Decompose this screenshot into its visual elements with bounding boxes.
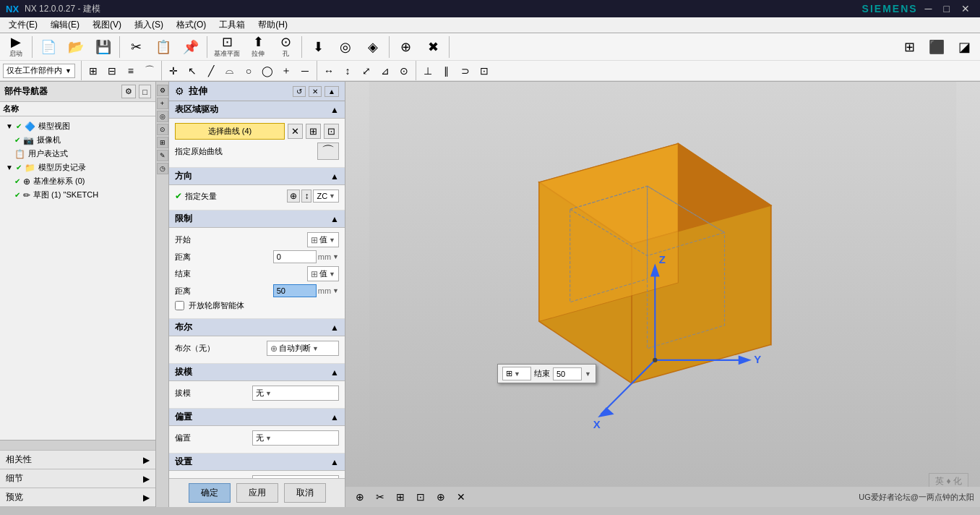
perp-btn[interactable]: ⊥ <box>419 62 437 80</box>
original-curve-button[interactable]: ⌒ <box>317 142 339 160</box>
view-control-2[interactable]: ⬛ <box>924 35 950 59</box>
line-btn[interactable]: ╱ <box>202 62 220 80</box>
offset-section-header[interactable]: 偏置 ▲ <box>169 409 345 426</box>
end-distance-input[interactable] <box>273 284 317 297</box>
details-header[interactable]: 细节 ▶ <box>0 469 155 488</box>
dim2-btn[interactable]: ↕ <box>339 62 356 80</box>
tree-item-sketch[interactable]: ✔ ✏ 草图 (1) "SKETCH <box>3 188 152 202</box>
tree-item-user-expr[interactable]: 📋 用户表达式 <box>3 147 152 161</box>
dim5-btn[interactable]: ⊙ <box>395 62 413 80</box>
menu-toolbox[interactable]: 工具箱 <box>213 17 251 33</box>
nav-scrollbar[interactable] <box>0 440 155 450</box>
draft-button[interactable]: ◈ <box>360 35 386 59</box>
snap-btn[interactable]: ⊞ <box>85 62 102 80</box>
draft-section-header[interactable]: 拔模 ▲ <box>169 364 345 381</box>
view-control-3[interactable]: ◪ <box>951 35 977 59</box>
plus-btn[interactable]: ＋ <box>278 62 295 80</box>
tree-item-model-views[interactable]: ▼ ✔ 🔷 模型视图 <box>3 119 152 133</box>
side-tab-1[interactable]: ⚙ <box>157 85 168 96</box>
vp-btn-6[interactable]: ✕ <box>452 488 470 506</box>
start-button[interactable]: ▶ 启动 <box>3 35 29 59</box>
dialog-close-button[interactable]: ✕ <box>309 86 322 97</box>
menu-file[interactable]: 文件(E) <box>3 17 43 33</box>
floating-end-input[interactable] <box>553 367 582 380</box>
side-tab-7[interactable]: ◷ <box>157 163 168 174</box>
direction-section-header[interactable]: 方向 ▲ <box>169 168 345 185</box>
open-profile-checkbox[interactable] <box>175 301 184 310</box>
circle-btn[interactable]: ○ <box>240 62 257 80</box>
mid-btn[interactable]: ⊡ <box>476 62 493 80</box>
side-tab-5[interactable]: ⊞ <box>157 137 168 148</box>
side-tab-2[interactable]: + <box>157 98 168 109</box>
limits-section-header[interactable]: 限制 ▲ <box>169 210 345 228</box>
filter-dropdown[interactable]: 仅在工作部件内 <box>7 65 62 76</box>
vp-btn-5[interactable]: ⊕ <box>432 488 450 506</box>
dialog-collapse-button[interactable]: ▲ <box>324 86 339 97</box>
nav-expand-button[interactable]: □ <box>139 85 151 98</box>
vector-dropdown[interactable]: ZC ▼ <box>313 190 339 203</box>
boolean-dropdown[interactable]: ⊕ 自动判断 ▼ <box>267 341 339 356</box>
vector-btn-2[interactable]: ↕ <box>301 190 311 203</box>
curve-btn-2[interactable]: ⊞ <box>306 124 321 139</box>
curve-btn[interactable]: ⌒ <box>141 62 158 80</box>
start-type-dropdown[interactable]: ⊞ 值 ▼ <box>307 232 339 247</box>
paste-button[interactable]: 📌 <box>178 35 204 59</box>
dialog-refresh-button[interactable]: ↺ <box>293 86 306 97</box>
nav-settings-button[interactable]: ⚙ <box>121 85 136 98</box>
dim4-btn[interactable]: ⊿ <box>377 62 394 80</box>
boolean-section-header[interactable]: 布尔 ▲ <box>169 319 345 336</box>
extract-button[interactable]: ⬇ <box>305 35 331 59</box>
delete-face-button[interactable]: ✖ <box>420 35 446 59</box>
dim3-btn[interactable]: ⤢ <box>358 62 375 80</box>
ellipse-btn[interactable]: ◯ <box>259 62 276 80</box>
viewport-3d[interactable]: Z Y X ⊞ ▼ 结束 ▼ 英 ♦ 化 <box>345 82 980 507</box>
menu-insert[interactable]: 插入(S) <box>129 17 169 33</box>
relevance-header[interactable]: 相关性 ▶ <box>0 451 155 469</box>
tang-btn[interactable]: ⊃ <box>457 62 474 80</box>
menu-edit[interactable]: 编辑(E) <box>45 17 85 33</box>
draft-dropdown[interactable]: 无 ▼ <box>252 386 339 401</box>
curve-btn-3[interactable]: ⊡ <box>324 124 339 139</box>
open-button[interactable]: 📂 <box>63 35 89 59</box>
save-button[interactable]: 💾 <box>90 35 116 59</box>
offset-region-button[interactable]: ⊕ <box>392 35 418 59</box>
ft-type-dropdown[interactable]: ⊞ ▼ <box>502 367 531 380</box>
vector-btn-1[interactable]: ⊕ <box>287 190 300 203</box>
tree-item-camera[interactable]: ✔ 📷 摄像机 <box>3 133 152 147</box>
par-btn[interactable]: ∥ <box>438 62 455 80</box>
menu-help[interactable]: 帮助(H) <box>252 17 293 33</box>
tree-item-datum-csys[interactable]: ✔ ⊕ 基准坐标系 (0) <box>3 174 152 188</box>
side-tab-4[interactable]: ⊙ <box>157 124 168 135</box>
settings-section-header[interactable]: 设置 ▲ <box>169 454 345 471</box>
extrude-button[interactable]: ⬆ 拉伸 <box>245 35 271 59</box>
copy-button[interactable]: 📋 <box>150 35 176 59</box>
select-btn[interactable]: ↖ <box>184 62 201 80</box>
curve-btn-1[interactable]: ✕ <box>288 124 303 139</box>
ok-button[interactable]: 确定 <box>189 483 231 503</box>
vp-btn-3[interactable]: ⊞ <box>392 488 409 506</box>
grid-btn[interactable]: ⊟ <box>103 62 121 80</box>
start-distance-input[interactable] <box>273 250 317 263</box>
dim1-btn[interactable]: ↔ <box>320 62 338 80</box>
restore-button[interactable]: □ <box>940 3 954 14</box>
move-btn[interactable]: ✛ <box>165 62 182 80</box>
tree-item-model-history[interactable]: ▼ ✔ 📁 模型历史记录 <box>3 161 152 174</box>
vp-btn-4[interactable]: ⊡ <box>412 488 429 506</box>
new-button[interactable]: 📄 <box>35 35 61 59</box>
edge-blend-button[interactable]: ◎ <box>332 35 358 59</box>
datum-plane-button[interactable]: ⊡ 基准平面 <box>210 35 244 59</box>
menu-view[interactable]: 视图(V) <box>87 17 127 33</box>
curve-section-header[interactable]: 表区域驱动 ▲ <box>169 101 345 119</box>
minus-btn[interactable]: ─ <box>296 62 314 80</box>
cut-button[interactable]: ✂ <box>123 35 149 59</box>
arc-btn[interactable]: ⌓ <box>221 62 238 80</box>
apply-button[interactable]: 应用 <box>236 483 278 503</box>
hole-button[interactable]: ⊙ 孔 <box>272 35 298 59</box>
minimize-button[interactable]: ─ <box>921 3 937 14</box>
preview-header[interactable]: 预览 ▶ <box>0 488 155 506</box>
vp-btn-1[interactable]: ⊕ <box>351 488 369 506</box>
offset-dropdown[interactable]: 无 ▼ <box>252 430 339 446</box>
view-control-1[interactable]: ⊞ <box>896 35 922 59</box>
side-tab-3[interactable]: ◎ <box>157 111 168 122</box>
end-type-dropdown[interactable]: ⊞ 值 ▼ <box>307 266 339 281</box>
